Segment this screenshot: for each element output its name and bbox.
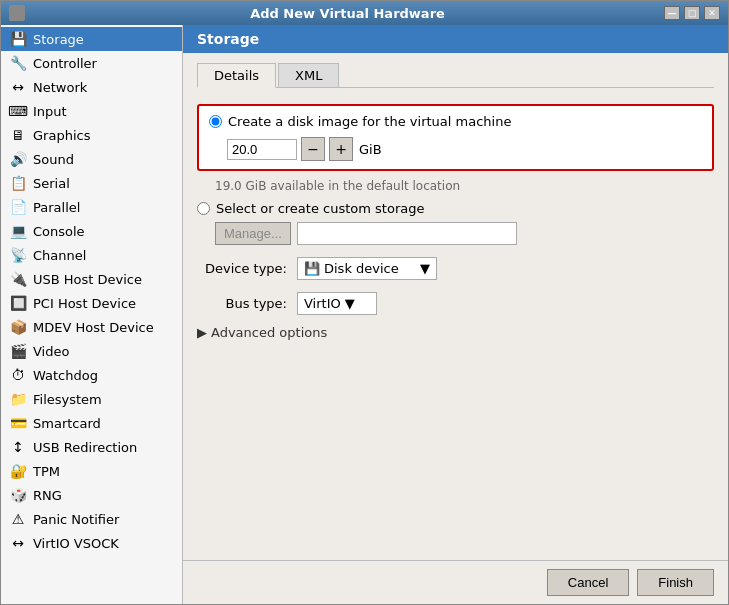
- maximize-button[interactable]: □: [684, 6, 700, 20]
- create-disk-radio[interactable]: [209, 115, 222, 128]
- titlebar-icon: [9, 5, 25, 21]
- manage-row: Manage...: [215, 222, 714, 245]
- virtio-vsock-icon: ↔: [9, 534, 27, 552]
- tabs: Details XML: [197, 63, 714, 88]
- sidebar-item-channel[interactable]: 📡Channel: [1, 243, 182, 267]
- available-text: 19.0 GiB available in the default locati…: [215, 179, 714, 193]
- device-type-value: Disk device: [324, 261, 399, 276]
- custom-storage-section: Select or create custom storage Manage..…: [197, 201, 714, 245]
- serial-icon: 📋: [9, 174, 27, 192]
- titlebar-buttons: — □ ✕: [664, 6, 720, 20]
- parallel-label: Parallel: [33, 200, 80, 215]
- sidebar-item-watchdog[interactable]: ⏱Watchdog: [1, 363, 182, 387]
- custom-storage-radio[interactable]: [197, 202, 210, 215]
- pci-host-device-icon: 🔲: [9, 294, 27, 312]
- triangle-icon: ▶: [197, 325, 207, 340]
- titlebar: Add New Virtual Hardware — □ ✕: [1, 1, 728, 25]
- create-disk-radio-row: Create a disk image for the virtual mach…: [209, 114, 702, 129]
- filesystem-label: Filesystem: [33, 392, 102, 407]
- sidebar-item-virtio-vsock[interactable]: ↔VirtIO VSOCK: [1, 531, 182, 555]
- serial-label: Serial: [33, 176, 70, 191]
- footer: Cancel Finish: [183, 560, 728, 604]
- device-type-label: Device type:: [197, 261, 287, 276]
- sidebar-item-panic-notifier[interactable]: ⚠Panic Notifier: [1, 507, 182, 531]
- parallel-icon: 📄: [9, 198, 27, 216]
- filesystem-icon: 📁: [9, 390, 27, 408]
- virtio-vsock-label: VirtIO VSOCK: [33, 536, 119, 551]
- pci-host-device-label: PCI Host Device: [33, 296, 136, 311]
- sidebar-item-serial[interactable]: 📋Serial: [1, 171, 182, 195]
- tab-xml[interactable]: XML: [278, 63, 339, 87]
- input-icon: ⌨: [9, 102, 27, 120]
- minus-button[interactable]: −: [301, 137, 325, 161]
- sidebar-item-filesystem[interactable]: 📁Filesystem: [1, 387, 182, 411]
- finish-button[interactable]: Finish: [637, 569, 714, 596]
- sidebar-item-tpm[interactable]: 🔐TPM: [1, 459, 182, 483]
- tab-details[interactable]: Details: [197, 63, 276, 88]
- controller-icon: 🔧: [9, 54, 27, 72]
- console-label: Console: [33, 224, 85, 239]
- sidebar-item-graphics[interactable]: 🖥Graphics: [1, 123, 182, 147]
- bus-type-label: Bus type:: [197, 296, 287, 311]
- video-icon: 🎬: [9, 342, 27, 360]
- size-input[interactable]: [227, 139, 297, 160]
- manage-input[interactable]: [297, 222, 517, 245]
- size-unit: GiB: [359, 142, 382, 157]
- bus-type-row: Bus type: VirtIO ▼: [197, 292, 714, 315]
- cancel-button[interactable]: Cancel: [547, 569, 629, 596]
- input-label: Input: [33, 104, 67, 119]
- disk-image-section: Create a disk image for the virtual mach…: [197, 104, 714, 171]
- sidebar-item-pci-host-device[interactable]: 🔲PCI Host Device: [1, 291, 182, 315]
- rng-label: RNG: [33, 488, 62, 503]
- window-title: Add New Virtual Hardware: [31, 6, 664, 21]
- sidebar-item-mdev-host-device[interactable]: 📦MDEV Host Device: [1, 315, 182, 339]
- sidebar-item-usb-host-device[interactable]: 🔌USB Host Device: [1, 267, 182, 291]
- bus-type-value: VirtIO: [304, 296, 341, 311]
- sidebar-item-rng[interactable]: 🎲RNG: [1, 483, 182, 507]
- sidebar-item-usb-redirection[interactable]: ↕USB Redirection: [1, 435, 182, 459]
- sound-icon: 🔊: [9, 150, 27, 168]
- advanced-label: Advanced options: [211, 325, 327, 340]
- console-icon: 💻: [9, 222, 27, 240]
- bus-type-dropdown[interactable]: VirtIO ▼: [297, 292, 377, 315]
- sidebar-item-controller[interactable]: 🔧Controller: [1, 51, 182, 75]
- sidebar-item-video[interactable]: 🎬Video: [1, 339, 182, 363]
- smartcard-label: Smartcard: [33, 416, 101, 431]
- graphics-icon: 🖥: [9, 126, 27, 144]
- channel-label: Channel: [33, 248, 86, 263]
- usb-host-device-label: USB Host Device: [33, 272, 142, 287]
- advanced-options-row[interactable]: ▶ Advanced options: [197, 323, 714, 342]
- main-panel: Storage Details XML Create a disk image …: [183, 25, 728, 604]
- close-button[interactable]: ✕: [704, 6, 720, 20]
- bus-dropdown-arrow-icon: ▼: [345, 296, 355, 311]
- sidebar-item-parallel[interactable]: 📄Parallel: [1, 195, 182, 219]
- watchdog-icon: ⏱: [9, 366, 27, 384]
- tpm-label: TPM: [33, 464, 60, 479]
- storage-icon: 💾: [9, 30, 27, 48]
- watchdog-label: Watchdog: [33, 368, 98, 383]
- sidebar-item-console[interactable]: 💻Console: [1, 219, 182, 243]
- sidebar: 💾Storage🔧Controller↔Network⌨Input🖥Graphi…: [1, 25, 183, 604]
- controller-label: Controller: [33, 56, 97, 71]
- sidebar-item-smartcard[interactable]: 💳Smartcard: [1, 411, 182, 435]
- sidebar-item-storage[interactable]: 💾Storage: [1, 27, 182, 51]
- tpm-icon: 🔐: [9, 462, 27, 480]
- panic-notifier-label: Panic Notifier: [33, 512, 119, 527]
- device-type-dropdown[interactable]: 💾 Disk device ▼: [297, 257, 437, 280]
- storage-label: Storage: [33, 32, 84, 47]
- sidebar-item-network[interactable]: ↔Network: [1, 75, 182, 99]
- dropdown-arrow-icon: ▼: [420, 261, 430, 276]
- custom-storage-label: Select or create custom storage: [216, 201, 424, 216]
- panic-notifier-icon: ⚠: [9, 510, 27, 528]
- plus-button[interactable]: +: [329, 137, 353, 161]
- usb-host-device-icon: 🔌: [9, 270, 27, 288]
- sidebar-item-sound[interactable]: 🔊Sound: [1, 147, 182, 171]
- content-area: 💾Storage🔧Controller↔Network⌨Input🖥Graphi…: [1, 25, 728, 604]
- rng-icon: 🎲: [9, 486, 27, 504]
- create-disk-label: Create a disk image for the virtual mach…: [228, 114, 511, 129]
- manage-button[interactable]: Manage...: [215, 222, 291, 245]
- sidebar-item-input[interactable]: ⌨Input: [1, 99, 182, 123]
- minimize-button[interactable]: —: [664, 6, 680, 20]
- mdev-host-device-icon: 📦: [9, 318, 27, 336]
- graphics-label: Graphics: [33, 128, 90, 143]
